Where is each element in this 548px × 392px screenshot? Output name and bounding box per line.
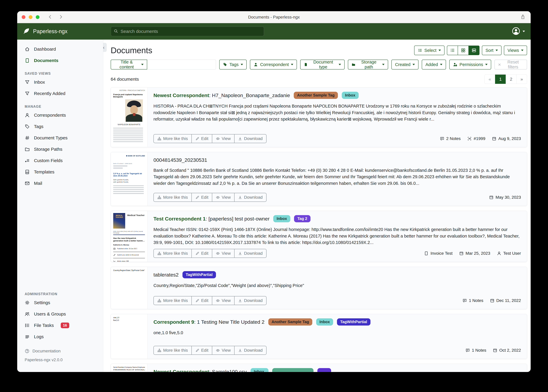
user-menu[interactable]	[512, 27, 525, 36]
tag-pill[interactable]: Inbox	[342, 92, 359, 99]
edit-button[interactable]: Edit	[191, 193, 212, 202]
sidebar-item-document-types[interactable]: Document Types	[17, 132, 103, 144]
view-button[interactable]: View	[212, 296, 234, 305]
download-button[interactable]: Download	[234, 346, 266, 355]
view-mode-grid-button[interactable]	[458, 46, 469, 55]
sort-button[interactable]: Sort	[482, 46, 501, 55]
edit-button[interactable]: Edit	[191, 346, 212, 355]
zoom-window-button[interactable]	[36, 15, 39, 19]
filter-permissions-button[interactable]: Permissions	[449, 60, 491, 70]
download-button[interactable]: Download	[234, 249, 266, 258]
view-mode-details-button[interactable]	[469, 46, 479, 55]
document-title[interactable]: Sample100.csv	[212, 369, 247, 372]
page-prev-button[interactable]: «	[484, 75, 495, 84]
filter-document-type-button[interactable]: Document type	[300, 60, 345, 70]
correspondent-link[interactable]: Newest Correspondent	[153, 92, 209, 98]
filter-added-button[interactable]: Added	[422, 60, 446, 70]
documentation-link[interactable]: Documentation	[17, 347, 103, 356]
tag-pill[interactable]: TagWithPartial	[337, 318, 370, 326]
sidebar-item-custom-fields[interactable]: Custom Fields	[17, 155, 103, 166]
sidebar-item-templates[interactable]: Templates	[17, 166, 103, 178]
correspondent-link[interactable]: Correspondent 9	[153, 319, 194, 325]
view-button[interactable]: View	[212, 193, 234, 202]
more-like-this-button[interactable]: More like this	[154, 134, 191, 143]
correspondent-link[interactable]: Test Correspondent 1	[153, 216, 206, 222]
select-button[interactable]: Select	[414, 46, 445, 55]
tag-pill[interactable]: Inbox	[273, 215, 290, 222]
sidebar-item-tags[interactable]: Tags	[17, 121, 103, 132]
sidebar-item-file-tasks[interactable]: File Tasks 16	[17, 320, 103, 331]
document-title[interactable]: 0004814539_20230531	[153, 157, 207, 163]
filter-tags-button[interactable]: Tags	[219, 60, 247, 70]
reset-filters-button[interactable]: × Reset filters	[494, 60, 527, 70]
edit-button[interactable]: Edit	[191, 296, 212, 305]
filter-correspondent-button[interactable]: Correspondent	[250, 60, 297, 70]
sidebar-collapse-button[interactable]: «	[103, 43, 107, 52]
document-thumbnail[interactable]: Country,Region/State,"Zip/Postal Code","…	[111, 267, 147, 309]
brand[interactable]: Paperless-ngx	[23, 28, 67, 35]
views-button[interactable]: Views	[504, 46, 527, 55]
edit-button[interactable]: Edit	[191, 249, 212, 258]
tag-pill[interactable]: Another Sample Tag	[268, 318, 312, 326]
more-like-this-button[interactable]: More like this	[154, 346, 191, 355]
share-icon[interactable]	[520, 14, 526, 20]
filter-storage-path-button[interactable]: Storage path	[348, 60, 388, 70]
pencil-icon	[195, 196, 199, 199]
back-icon[interactable]	[48, 14, 52, 20]
view-mode-list-button[interactable]	[447, 46, 458, 55]
filter-created-button[interactable]: Created	[391, 60, 418, 70]
page-1-button[interactable]: 1	[495, 75, 506, 84]
sidebar-item-logs[interactable]: Logs	[17, 331, 103, 343]
document-thumbnail[interactable]: one,1.0 five,5.0	[111, 314, 147, 359]
more-like-this-button[interactable]: More like this	[154, 249, 191, 258]
sidebar-item-storage-paths[interactable]: Storage Paths	[17, 144, 103, 155]
tag-pill[interactable]	[317, 368, 331, 372]
document-title[interactable]: [paperless] test post-owner	[209, 216, 269, 222]
sidebar-item-correspondents[interactable]: Correspondents	[17, 110, 103, 121]
document-title[interactable]: tablerates2	[153, 272, 179, 278]
sidebar-item-users-groups[interactable]: Users & Groups	[17, 308, 103, 320]
notes-count[interactable]: 2 Notes	[440, 136, 461, 141]
close-window-button[interactable]	[22, 15, 25, 19]
correspondent-link[interactable]: Newest Correspondent	[153, 369, 209, 372]
document-title-line: Test Correspondent 1: [paperless] test p…	[153, 215, 521, 223]
notes-count[interactable]: 1 Notes	[465, 348, 486, 353]
forward-icon[interactable]	[58, 14, 63, 20]
tag-pill[interactable]: Another Sample Tag	[294, 92, 338, 99]
sidebar-item-mail[interactable]: Mail	[17, 178, 103, 189]
download-button[interactable]: Download	[234, 193, 266, 202]
global-search[interactable]	[111, 27, 264, 36]
pagination: « 1 2 »	[484, 75, 527, 84]
view-button[interactable]: View	[212, 134, 234, 143]
tag-pill[interactable]: Inbox	[316, 318, 333, 326]
notes-count[interactable]: 1 Notes	[462, 298, 483, 303]
filter-field-button[interactable]: Title & content	[111, 60, 147, 70]
sidebar-item-documents[interactable]: Documents	[17, 55, 103, 66]
document-title[interactable]: 1 Testing New Title Updated 2	[197, 319, 264, 325]
tag-pill[interactable]: TagWithPartial	[182, 271, 216, 278]
more-like-this-button[interactable]: More like this	[154, 296, 191, 305]
document-thumbnail[interactable]: MEDICAL TEACHER Medical Teacher ISSN: 01…	[111, 211, 147, 262]
page-2-button[interactable]: 2	[506, 75, 516, 84]
tag-pill[interactable]: Inbox	[251, 368, 268, 372]
document-title[interactable]: H7_Napoleon_Bonaparte_zadanie	[212, 92, 290, 98]
edit-button[interactable]: Edit	[191, 134, 212, 143]
more-like-this-button[interactable]: More like this	[154, 193, 191, 202]
minimize-window-button[interactable]	[29, 15, 32, 19]
search-input[interactable]	[121, 29, 261, 34]
sidebar-item-dashboard[interactable]: Dashboard	[17, 43, 103, 55]
sidebar-item-inbox[interactable]: Inbox	[17, 77, 103, 88]
document-thumbnail[interactable]: HISTORIA - PRACA DLA CH⊠TNYCH Francja po…	[111, 88, 147, 147]
download-button[interactable]: Download	[234, 134, 266, 143]
page-next-button[interactable]: »	[516, 75, 527, 84]
filter-text-input[interactable]	[147, 60, 216, 70]
view-button[interactable]: View	[212, 249, 234, 258]
sidebar-item-recently-added[interactable]: Recently Added	[17, 88, 103, 99]
sidebar-item-settings[interactable]: Settings	[17, 297, 103, 308]
tag-pill[interactable]: Tag 2	[294, 215, 310, 222]
document-thumbnail[interactable]: Serial Number,Company Name,Employee Mark…	[111, 364, 147, 372]
view-button[interactable]: View	[212, 346, 234, 355]
download-button[interactable]: Download	[234, 296, 266, 305]
document-thumbnail[interactable]: ✾ BANK OF SCOTLAND Bank of Scotland · 10…	[111, 152, 147, 206]
tag-pill[interactable]	[272, 368, 313, 372]
